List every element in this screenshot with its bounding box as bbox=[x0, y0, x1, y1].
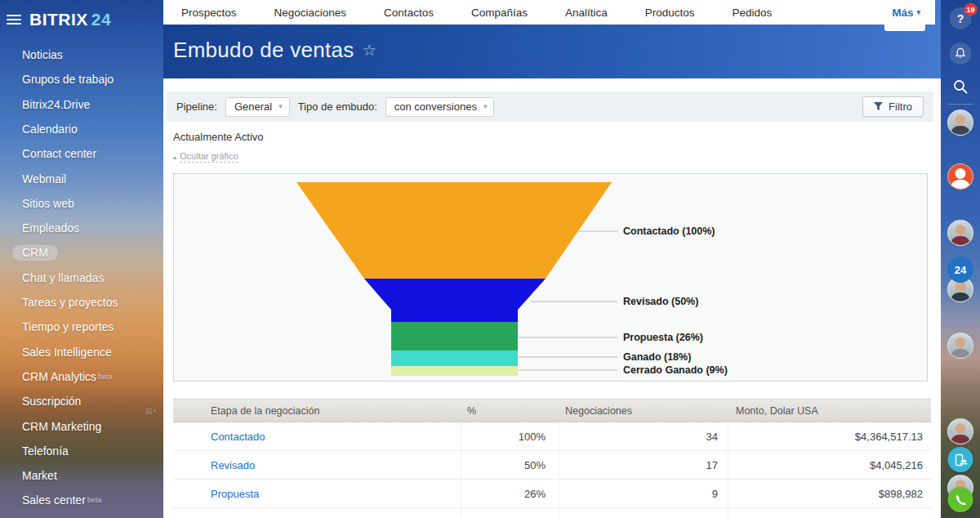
table-header-row: ≡▾ Etapa de la negociación % Negociacion… bbox=[173, 399, 931, 422]
funnel-segment-ganado[interactable] bbox=[391, 351, 518, 366]
filter-button[interactable]: Filtro bbox=[862, 96, 924, 117]
badge-24[interactable]: 24 bbox=[947, 257, 973, 283]
top-nav: Prospectos Negociaciones Contactos Compa… bbox=[163, 0, 935, 25]
user-avatar[interactable] bbox=[947, 333, 973, 359]
funnel-type-select[interactable]: con conversiones ▾ bbox=[385, 97, 495, 117]
search-icon bbox=[952, 78, 969, 95]
tab-prospectos[interactable]: Prospectos bbox=[181, 7, 237, 19]
rail-divider bbox=[948, 104, 973, 105]
tab-productos[interactable]: Productos bbox=[645, 7, 695, 19]
hamburger-menu-icon[interactable] bbox=[7, 15, 21, 25]
tab-contactos[interactable]: Contactos bbox=[384, 7, 434, 19]
sidebar-item-webmail[interactable]: Webmail bbox=[0, 166, 163, 190]
table-row-cutoff bbox=[173, 508, 931, 518]
tab-pedidos[interactable]: Pedidos bbox=[733, 7, 773, 19]
table-row: Revisado 50% 17 $4,045,216 bbox=[173, 451, 931, 480]
hide-chart-link[interactable]: ▴ Ocultar gráfico bbox=[173, 151, 238, 163]
bitrix-logo[interactable]: BITRIX24 bbox=[29, 10, 111, 29]
logo-row: BITRIX24 bbox=[7, 10, 111, 29]
tab-analitica[interactable]: Analítica bbox=[565, 7, 608, 19]
funnel-label-cerrado-ganado: Cerrado Ganado (9%) bbox=[623, 364, 728, 376]
cell-amount: $898,982 bbox=[728, 480, 931, 507]
funnel-label-propuesta: Propuesta (26%) bbox=[623, 332, 703, 343]
stage-link-revisado[interactable]: Revisado bbox=[211, 459, 255, 471]
col-header-stage: ≡▾ Etapa de la negociación bbox=[173, 405, 461, 417]
sidebar-item-tiempo-y-reportes[interactable]: Tiempo y reportes bbox=[0, 315, 163, 339]
stages-table: ≡▾ Etapa de la negociación % Negociacion… bbox=[173, 399, 931, 518]
help-button[interactable]: ? 19 bbox=[950, 7, 972, 29]
pipeline-select[interactable]: General ▾ bbox=[225, 97, 290, 117]
sidebar-item-contact-center[interactable]: Contact center bbox=[0, 141, 163, 166]
stage-link-propuesta[interactable]: Propuesta bbox=[211, 488, 259, 500]
funnel-label-contactado: Contactado (100%) bbox=[623, 226, 715, 237]
filter-toolbar: Pipeline: General ▾ Tipo de embudo: con … bbox=[167, 92, 933, 122]
funnel-segment-cerrado-ganado[interactable] bbox=[391, 366, 518, 376]
sidebar-item-crm-active[interactable]: CRM bbox=[0, 240, 163, 265]
phone-icon bbox=[954, 493, 967, 507]
sidebar-item-market[interactable]: Market bbox=[0, 463, 163, 488]
cell-deals: 9 bbox=[559, 480, 728, 507]
sidebar-item-telefonia[interactable]: Telefonía bbox=[0, 439, 163, 463]
call-button[interactable] bbox=[948, 487, 973, 512]
sidebar-item-sales-intelligence[interactable]: Sales Intelligence bbox=[0, 340, 163, 364]
tab-companias[interactable]: Compañías bbox=[471, 7, 528, 19]
cell-deals: 34 bbox=[559, 422, 728, 450]
beta-badge: beta bbox=[87, 496, 102, 504]
col-header-percent: % bbox=[461, 405, 559, 417]
funnel-filter-icon bbox=[874, 102, 883, 111]
funnel-type-label: Tipo de embudo: bbox=[298, 100, 377, 113]
table-settings-icon[interactable]: ≡▾ bbox=[145, 404, 156, 418]
sidebar-item-grupos-de-trabajo[interactable]: Grupos de trabajo bbox=[0, 67, 163, 92]
col-header-deals: Negociaciones bbox=[559, 405, 728, 417]
user-avatar[interactable] bbox=[947, 109, 973, 136]
sidebar-item-noticias[interactable]: Noticias bbox=[0, 42, 163, 67]
page-title: Embudo de ventas bbox=[173, 38, 354, 63]
stage-link-contactado[interactable]: Contactado bbox=[211, 431, 265, 443]
sidebar-item-suscripcion[interactable]: Suscripción bbox=[0, 389, 163, 413]
sidebar-item-sales-center[interactable]: Sales centerbeta bbox=[0, 488, 163, 512]
active-tab-notch bbox=[884, 25, 925, 31]
device-service-icon bbox=[954, 453, 967, 467]
sidebar-item-bitrix24-drive[interactable]: Bitrix24.Drive bbox=[0, 92, 163, 117]
status-label: Actualmente Activo bbox=[173, 131, 264, 143]
sidebar-item-calendario[interactable]: Calendario bbox=[0, 117, 163, 141]
chevron-down-icon: ▾ bbox=[483, 102, 488, 110]
sidebar-item-empleados[interactable]: Empleados bbox=[0, 216, 163, 240]
sidebar-item-crm-analytics[interactable]: CRM Analyticsbeta bbox=[0, 364, 163, 389]
tab-mas-dropdown[interactable]: Más ▾ bbox=[892, 7, 920, 19]
page-title-row: Embudo de ventas ☆ bbox=[173, 38, 376, 63]
search-button[interactable] bbox=[952, 78, 969, 98]
funnel-label-revisado: Revisado (50%) bbox=[623, 296, 698, 307]
chevron-up-icon: ▴ bbox=[173, 154, 176, 161]
cell-amount: $4,364,517.13 bbox=[728, 422, 931, 450]
pipeline-label: Pipeline: bbox=[176, 100, 217, 113]
service-widget-button[interactable] bbox=[948, 447, 973, 472]
sidebar-menu: Noticias Grupos de trabajo Bitrix24.Driv… bbox=[0, 42, 163, 513]
user-avatar[interactable] bbox=[947, 418, 973, 444]
beta-badge: beta bbox=[98, 373, 113, 381]
cell-percent: 100% bbox=[461, 422, 559, 450]
sidebar-item-sitios-web[interactable]: Sitios web bbox=[0, 191, 163, 216]
chevron-down-icon: ▾ bbox=[916, 8, 920, 16]
cell-deals: 17 bbox=[559, 451, 728, 479]
sidebar-item-crm-marketing[interactable]: CRM Marketing bbox=[0, 413, 163, 438]
funnel-label-ganado: Ganado (18%) bbox=[623, 351, 691, 363]
user-avatar-generic[interactable] bbox=[947, 163, 973, 190]
logo-brand: BITRIX bbox=[29, 10, 88, 29]
tab-negociaciones[interactable]: Negociaciones bbox=[274, 7, 347, 19]
notification-count-badge: 19 bbox=[964, 3, 977, 16]
cell-percent: 26% bbox=[461, 480, 559, 507]
left-sidebar: BITRIX24 Noticias Grupos de trabajo Bitr… bbox=[0, 0, 163, 518]
funnel-segment-propuesta[interactable] bbox=[391, 322, 518, 351]
sidebar-item-chat-y-llamadas[interactable]: Chat y llamadas bbox=[0, 266, 163, 290]
notifications-button[interactable] bbox=[950, 42, 972, 65]
right-rail: ? 19 24 bbox=[941, 0, 980, 518]
funnel-segment-contactado[interactable] bbox=[296, 182, 612, 279]
favorite-star-icon[interactable]: ☆ bbox=[363, 41, 376, 60]
funnel-segment-revisado[interactable] bbox=[364, 279, 546, 322]
sidebar-item-tareas-y-proyectos[interactable]: Tareas y proyectos bbox=[0, 290, 163, 315]
chevron-down-icon: ▾ bbox=[278, 102, 283, 110]
bell-icon bbox=[955, 47, 967, 60]
funnel-chart: Contactado (100%) Revisado (50%) Propues… bbox=[173, 173, 928, 382]
user-avatar[interactable] bbox=[947, 220, 973, 246]
